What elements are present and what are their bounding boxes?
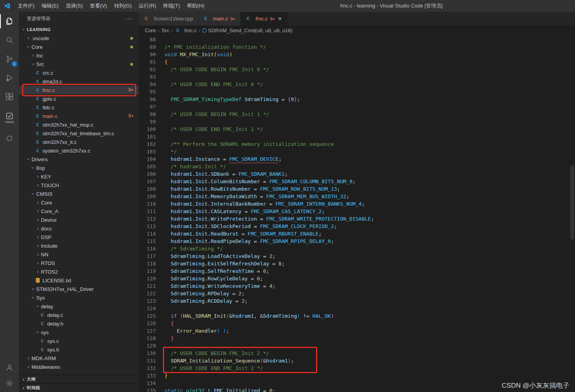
line-number[interactable]: 111 xyxy=(139,208,156,215)
line-number[interactable]: 130 xyxy=(139,350,156,357)
tree-folder-sys[interactable]: ›sys xyxy=(19,328,139,337)
tree-file-dma2d.c[interactable]: Cdma2d.c xyxy=(19,77,139,86)
menubar-item[interactable]: 文件(F) xyxy=(14,0,38,12)
code-line[interactable]: 116 /* SdramTiming */ xyxy=(139,245,575,252)
code-line[interactable]: 131 SDRAM_Initialization_Sequence(&hsdra… xyxy=(139,357,575,364)
line-number[interactable]: 106 xyxy=(139,170,156,178)
line-number[interactable]: 127 xyxy=(139,327,156,335)
tree-file-system_stm32h7xx.c[interactable]: Csystem_stm32h7xx.c xyxy=(19,146,139,155)
line-number[interactable]: 125 xyxy=(139,312,156,320)
line-number[interactable]: 104 xyxy=(139,155,156,163)
code-line[interactable]: 110 hsdram1.Init.InternalBankNumber = FM… xyxy=(139,200,575,208)
editor-scrollbar[interactable] xyxy=(570,165,574,240)
line-number[interactable]: 132 xyxy=(139,364,156,372)
code-line[interactable]: 88 xyxy=(139,36,575,43)
code-line[interactable]: 133} xyxy=(139,372,575,379)
code-line[interactable]: 94 /* USER CODE END FMC_Init 0 */ xyxy=(139,81,575,88)
tree-folder-TOUCH[interactable]: ›TOUCH xyxy=(19,181,139,190)
code-line[interactable]: 96 FMC_SDRAM_TimingTypeDef SdramTiming =… xyxy=(139,96,575,103)
cmsis-icon[interactable]: CMSIS xyxy=(0,106,19,129)
breadcrumb-item[interactable]: Cfmc.c xyxy=(175,28,196,33)
line-number[interactable]: 135 xyxy=(139,387,156,392)
line-number[interactable]: 129 xyxy=(139,342,156,350)
tree-file-stm32h7xx_hal_msp.c[interactable]: Cstm32h7xx_hal_msp.c xyxy=(19,120,139,129)
menubar-item[interactable]: 运行(R) xyxy=(135,0,159,12)
tree-file-sys.h[interactable]: Csys.h xyxy=(19,345,139,354)
line-number[interactable]: 110 xyxy=(139,200,156,208)
tree-folder-Core_A[interactable]: ›Core_A xyxy=(19,207,139,215)
line-number[interactable]: 97 xyxy=(139,103,156,110)
breadcrumb-item[interactable]: Core xyxy=(145,28,156,33)
tree-file-crc.c[interactable]: Ccrc.c xyxy=(19,68,139,77)
tree-file-ltdc.c[interactable]: Cltdc.c xyxy=(19,103,139,112)
line-number[interactable]: 118 xyxy=(139,260,156,267)
line-number[interactable]: 121 xyxy=(139,282,156,290)
line-number[interactable]: 105 xyxy=(139,163,156,170)
code-line[interactable]: 122 SdramTiming.RPDelay = 2; xyxy=(139,290,575,297)
tab-main.c[interactable]: Cmain.c9+ xyxy=(198,12,240,26)
code-line[interactable]: 92 /* USER CODE BEGIN FMC_Init 0 */ xyxy=(139,66,575,73)
tree-folder-DSP[interactable]: ›DSP xyxy=(19,233,139,241)
code-line[interactable]: 103 */ xyxy=(139,148,575,155)
tree-folder-RTOS2[interactable]: ›RTOS2 xyxy=(19,267,139,276)
code-line[interactable]: 117 SdramTiming.LoadToActiveDelay = 2; xyxy=(139,252,575,260)
menubar-item[interactable]: 终端(T) xyxy=(159,0,183,12)
code-line[interactable]: 90void MX_FMC_Init(void) xyxy=(139,51,575,58)
code-line[interactable]: 95 xyxy=(139,88,575,96)
menubar-item[interactable]: 选择(S) xyxy=(62,0,86,12)
code-line[interactable]: 123 SdramTiming.RCDDelay = 2; xyxy=(139,297,575,305)
code-line[interactable]: 89/* FMC initialization function */ xyxy=(139,43,575,51)
tree-folder-RTOS[interactable]: ›RTOS xyxy=(19,259,139,267)
code-line[interactable]: 102 /** Perform the SDRAM1 memory initia… xyxy=(139,140,575,148)
tree-folder-STM32H7xx_HAL_Driver[interactable]: ›STM32H7xx_HAL_Driver xyxy=(19,285,139,293)
explorer-icon[interactable] xyxy=(0,12,19,31)
tree-folder-MDK-ARM[interactable]: ›MDK-ARM xyxy=(19,354,139,363)
line-number[interactable]: 98 xyxy=(139,110,156,118)
tree-folder-Sys[interactable]: ›Sys xyxy=(19,293,139,302)
code-line[interactable]: 118 SdramTiming.ExitSelfRefreshDelay = 8… xyxy=(139,260,575,267)
code-line[interactable]: 91{ xyxy=(139,58,575,66)
code-line[interactable]: 129 xyxy=(139,342,575,350)
code-line[interactable]: 98 /* USER CODE BEGIN FMC_Init 1 */ xyxy=(139,110,575,118)
code-line[interactable]: 101 xyxy=(139,133,575,140)
tree-folder-.vscode[interactable]: ›.vscode xyxy=(19,34,139,42)
line-number[interactable]: 88 xyxy=(139,36,156,43)
line-number[interactable]: 94 xyxy=(139,81,156,88)
source-control-icon[interactable]: 1 xyxy=(0,50,19,68)
line-number[interactable]: 124 xyxy=(139,305,156,312)
line-number[interactable]: 101 xyxy=(139,133,156,140)
sidebar-panel-时间线[interactable]: ›时间线 xyxy=(19,383,139,392)
code-line[interactable]: 124 xyxy=(139,305,575,312)
tree-file-sys.c[interactable]: Csys.c xyxy=(19,337,139,345)
line-number[interactable]: 120 xyxy=(139,275,156,282)
line-number[interactable]: 122 xyxy=(139,290,156,297)
code-line[interactable]: 105 /* hsdram1.Init */ xyxy=(139,163,575,170)
line-number[interactable]: 134 xyxy=(139,379,156,387)
code-line[interactable]: 109 hsdram1.Init.MemoryDataWidth = FMC_S… xyxy=(139,193,575,200)
menubar-item[interactable]: 查看(V) xyxy=(86,0,110,12)
code-line[interactable]: 113 hsdram1.Init.SDClockPeriod = FMC_SDR… xyxy=(139,223,575,230)
line-number[interactable]: 119 xyxy=(139,267,156,275)
line-number[interactable]: 107 xyxy=(139,178,156,185)
tree-folder-Core[interactable]: ›Core xyxy=(19,42,139,51)
line-number[interactable]: 128 xyxy=(139,335,156,342)
more-actions-button[interactable]: ··· xyxy=(124,15,134,22)
tree-folder-delay[interactable]: ›delay xyxy=(19,302,139,311)
code-editor[interactable]: 8889/* FMC initialization function */90v… xyxy=(139,35,575,392)
line-number[interactable]: 126 xyxy=(139,320,156,327)
line-number[interactable]: 116 xyxy=(139,245,156,252)
breadcrumb-item[interactable]: Src xyxy=(162,28,170,33)
code-line[interactable]: 99 xyxy=(139,118,575,125)
menubar-item[interactable]: 编辑(E) xyxy=(38,0,62,12)
tree-folder-Bsp[interactable]: ›Bsp xyxy=(19,164,139,172)
code-line[interactable]: 125 if (HAL_SDRAM_Init(&hsdram1, &SdramT… xyxy=(139,312,575,320)
code-line[interactable]: 112 hsdram1.Init.WriteProtection = FMC_S… xyxy=(139,215,575,223)
menubar-item[interactable]: 帮助(H) xyxy=(183,0,208,12)
line-number[interactable]: 92 xyxy=(139,66,156,73)
code-line[interactable]: 111 hsdram1.Init.CASLatency = FMC_SDRAM_… xyxy=(139,208,575,215)
tab-fmc.c[interactable]: Cfmc.c9+× xyxy=(240,12,288,26)
tree-folder-Include[interactable]: ›Include xyxy=(19,241,139,250)
tree-file-fmc.c[interactable]: Cfmc.c9+ xyxy=(19,86,139,94)
tree-file-LICENSE.txt[interactable]: LICENSE.txt xyxy=(19,276,139,285)
line-number[interactable]: 114 xyxy=(139,230,156,237)
